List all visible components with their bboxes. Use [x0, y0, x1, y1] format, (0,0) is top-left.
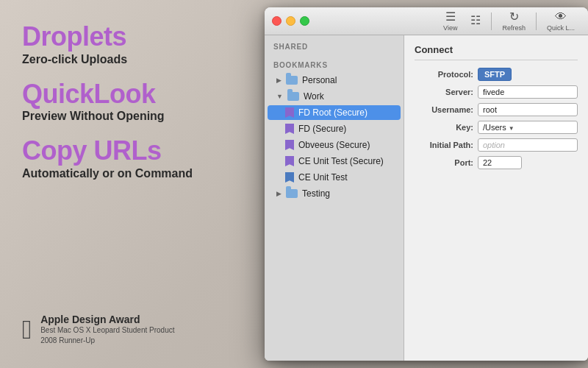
bookmark-purple-icon: [285, 107, 294, 118]
fd-label: FD (Secure): [298, 124, 346, 134]
window-body: SHARED BOOKMARKS ▶ Personal ▼ Work FD Ro…: [265, 35, 588, 361]
initial-path-value[interactable]: option: [478, 138, 578, 152]
award-line1: Best Mac OS X Leopard Student Product: [40, 325, 174, 336]
username-row: Username: root: [415, 103, 578, 116]
port-row: Port: 22: [415, 156, 578, 169]
feature-droplets: Droplets Zero-click Uploads: [22, 22, 257, 79]
folder-icon: [286, 189, 298, 198]
quicklook-subtitle: Preview Without Opening: [22, 110, 257, 123]
chevron-right-icon: ▶: [276, 77, 282, 84]
bookmark-purple-icon: [285, 124, 294, 134]
initial-path-row: Initial Path: option: [415, 138, 578, 152]
award-title: Apple Design Award: [40, 314, 174, 325]
protocol-value[interactable]: SFTP: [478, 68, 512, 81]
right-panel: Connect Protocol: SFTP Server: fivede Us…: [404, 35, 588, 361]
feature-copyurls: Copy URLs Automatically or on Command: [22, 136, 257, 194]
droplets-subtitle: Zero-click Uploads: [22, 53, 257, 66]
folder-icon: [287, 92, 299, 101]
sidebar-item-fd[interactable]: FD (Secure): [268, 121, 401, 136]
features-list: Droplets Zero-click Uploads QuickLook Pr…: [22, 22, 257, 194]
quicklook-title: QuickLook: [22, 79, 257, 109]
toolbar-divider: [491, 13, 492, 30]
list-icon: ☰: [445, 11, 456, 23]
bookmark-purple-icon: [285, 140, 294, 150]
username-label: Username:: [415, 105, 473, 114]
sidebar-item-work[interactable]: ▼ Work: [268, 89, 401, 104]
award-text: Apple Design Award Best Mac OS X Leopard…: [40, 314, 174, 346]
maximize-button[interactable]: [300, 16, 309, 26]
app-window: ☰ View ☷ ↻ Refresh 👁 Quick L... SHARED B…: [265, 7, 588, 361]
folder-icon: [286, 76, 298, 85]
connect-title: Connect: [415, 44, 578, 60]
fd-root-label: FD Root (Secure): [298, 107, 368, 118]
server-label: Server:: [415, 88, 473, 96]
bookmarks-header: BOOKMARKS: [265, 54, 404, 72]
refresh-label: Refresh: [502, 24, 526, 32]
marketing-panel: Droplets Zero-click Uploads QuickLook Pr…: [0, 0, 279, 368]
bookmark-blue-icon: [285, 172, 294, 183]
protocol-row: Protocol: SFTP: [415, 68, 578, 81]
columns-icon: ☷: [470, 15, 481, 26]
chevron-down-icon: ▼: [276, 93, 283, 100]
bookmark-purple-icon: [285, 156, 294, 166]
sidebar-item-ce-secure[interactable]: CE Unit Test (Secure): [268, 154, 401, 169]
chevron-right-icon: ▶: [276, 190, 282, 197]
toolbar-divider-2: [536, 13, 537, 30]
port-value[interactable]: 22: [478, 156, 522, 169]
key-label: Key:: [415, 123, 473, 132]
work-label: Work: [304, 91, 324, 102]
sidebar-item-fd-root[interactable]: FD Root (Secure): [268, 105, 401, 120]
view-button[interactable]: ☰ View: [437, 9, 463, 34]
quicklook-label: Quick L...: [547, 24, 575, 32]
personal-label: Personal: [302, 75, 337, 85]
view-label: View: [443, 24, 457, 32]
initial-path-label: Initial Path:: [415, 141, 473, 149]
apple-logo-icon: : [22, 316, 32, 343]
award-line2: 2008 Runner-Up: [40, 336, 174, 346]
sidebar-item-obveeus[interactable]: Obveeus (Secure): [268, 138, 401, 152]
key-dropdown[interactable]: /Users ▼: [478, 121, 578, 134]
columns-view-button[interactable]: ☷: [465, 13, 487, 30]
protocol-label: Protocol:: [415, 70, 473, 79]
close-button[interactable]: [272, 16, 282, 26]
feature-quicklook: QuickLook Preview Without Opening: [22, 79, 257, 137]
toolbar-buttons: ☰ View ☷ ↻ Refresh 👁 Quick L...: [437, 9, 581, 34]
server-value[interactable]: fivede: [478, 85, 578, 99]
server-row: Server: fivede: [415, 85, 578, 99]
award-section:  Apple Design Award Best Mac OS X Leopa…: [22, 314, 257, 353]
ce-label: CE Unit Test: [298, 172, 347, 183]
sidebar: SHARED BOOKMARKS ▶ Personal ▼ Work FD Ro…: [265, 35, 404, 361]
refresh-icon: ↻: [509, 11, 519, 23]
sidebar-item-personal[interactable]: ▶ Personal: [268, 73, 401, 88]
copyurls-title: Copy URLs: [22, 136, 257, 166]
username-value[interactable]: root: [478, 103, 578, 116]
quicklook-icon: 👁: [555, 11, 567, 23]
sidebar-item-testing[interactable]: ▶ Testing: [268, 186, 401, 201]
sidebar-item-ce[interactable]: CE Unit Test: [268, 170, 401, 185]
port-label: Port:: [415, 158, 473, 167]
ce-secure-label: CE Unit Test (Secure): [298, 156, 384, 166]
connect-section: Connect Protocol: SFTP Server: fivede Us…: [404, 35, 588, 181]
dropdown-arrow-icon: ▼: [509, 125, 514, 132]
refresh-button[interactable]: ↻ Refresh: [496, 9, 531, 34]
key-value: /Users: [483, 123, 506, 132]
quicklook-button[interactable]: 👁 Quick L...: [541, 9, 581, 34]
copyurls-subtitle: Automatically or on Command: [22, 167, 257, 180]
testing-label: Testing: [302, 188, 330, 199]
obveeus-label: Obveeus (Secure): [298, 140, 370, 150]
minimize-button[interactable]: [286, 16, 295, 26]
droplets-title: Droplets: [22, 22, 257, 52]
shared-header: SHARED: [265, 35, 404, 54]
key-row: Key: /Users ▼: [415, 121, 578, 134]
titlebar: ☰ View ☷ ↻ Refresh 👁 Quick L...: [265, 7, 588, 35]
